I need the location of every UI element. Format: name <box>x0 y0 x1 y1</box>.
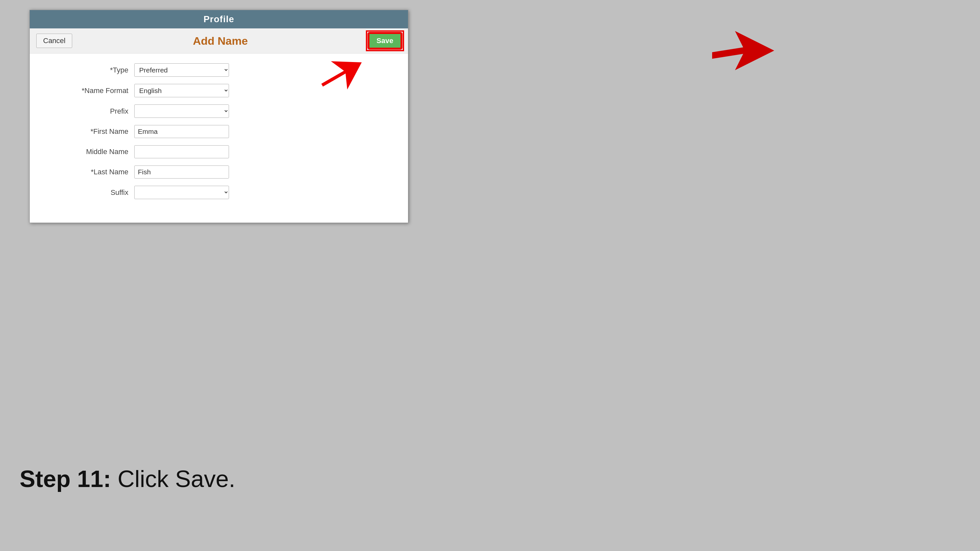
last-name-row: *Last Name <box>49 165 388 179</box>
first-name-label: *First Name <box>49 127 134 136</box>
middle-name-label: Middle Name <box>49 148 134 156</box>
step-area: Step 11: Click Save. <box>20 465 235 492</box>
modal-header: Cancel Add Name Save <box>30 29 408 54</box>
svg-marker-1 <box>712 31 774 70</box>
first-name-input[interactable] <box>134 125 229 138</box>
modal-dialog: Profile Cancel Add Name Save *Type <box>29 10 408 223</box>
step-instruction: Step 11: Click Save. <box>20 465 235 492</box>
modal-dialog-title: Add Name <box>72 35 368 47</box>
step-text: Click Save. <box>118 466 235 492</box>
modal-wrapper: Profile Cancel Add Name Save *Type <box>29 10 408 223</box>
arrow-indicator <box>318 51 377 91</box>
prefix-label: Prefix <box>49 107 134 116</box>
last-name-input[interactable] <box>134 165 229 179</box>
prefix-row: Prefix Mr. Ms. Mrs. Dr. <box>49 105 388 118</box>
middle-name-input[interactable] <box>134 145 229 158</box>
suffix-row: Suffix Jr. Sr. II III <box>49 186 388 199</box>
prefix-select[interactable]: Mr. Ms. Mrs. Dr. <box>134 105 229 118</box>
save-button[interactable]: Save <box>369 33 401 49</box>
step-number: Step 11: <box>20 466 111 492</box>
type-select[interactable]: Preferred Legal Other <box>134 64 229 77</box>
save-button-wrapper: Save <box>369 33 401 49</box>
name-format-label: *Name Format <box>49 86 134 95</box>
last-name-label: *Last Name <box>49 168 134 176</box>
middle-name-row: Middle Name <box>49 145 388 158</box>
type-label: *Type <box>49 66 134 75</box>
suffix-select[interactable]: Jr. Sr. II III <box>134 186 229 199</box>
suffix-label: Suffix <box>49 188 134 197</box>
cancel-button[interactable]: Cancel <box>36 33 72 48</box>
modal-titlebar: Profile <box>30 10 408 29</box>
svg-marker-0 <box>318 51 370 90</box>
name-format-select[interactable]: English Chinese Japanese <box>134 84 229 97</box>
red-arrow-annotation <box>709 28 781 81</box>
modal-title: Profile <box>204 14 234 24</box>
first-name-row: *First Name <box>49 125 388 138</box>
